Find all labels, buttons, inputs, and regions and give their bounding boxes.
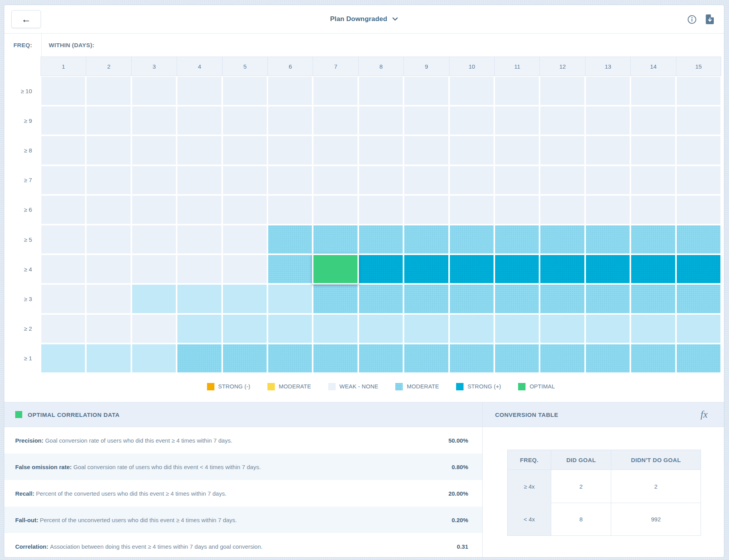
heatmap-cell[interactable]: [403, 225, 449, 254]
heatmap-cell[interactable]: [403, 76, 449, 106]
heatmap-cell[interactable]: [494, 165, 540, 195]
heatmap-cell[interactable]: [177, 254, 222, 284]
heatmap-cell[interactable]: [585, 106, 630, 135]
heatmap-cell[interactable]: [585, 165, 630, 195]
heatmap-cell[interactable]: [540, 284, 585, 314]
heatmap-cell[interactable]: [540, 195, 585, 225]
heatmap-cell[interactable]: [267, 254, 313, 284]
heatmap-cell[interactable]: [676, 76, 721, 106]
heatmap-cell[interactable]: [358, 76, 403, 106]
heatmap-cell[interactable]: [449, 165, 494, 195]
heatmap-cell[interactable]: [403, 254, 449, 284]
heatmap-cell[interactable]: [41, 225, 86, 254]
heatmap-cell[interactable]: [540, 314, 585, 344]
heatmap-cell[interactable]: [630, 76, 676, 106]
heatmap-cell[interactable]: [177, 165, 222, 195]
heatmap-cell[interactable]: [222, 135, 267, 165]
heatmap-cell[interactable]: [358, 344, 403, 373]
heatmap-cell[interactable]: [131, 76, 177, 106]
heatmap-cell[interactable]: [313, 76, 358, 106]
heatmap-cell[interactable]: [313, 344, 358, 373]
heatmap-cell[interactable]: [222, 284, 267, 314]
heatmap-cell[interactable]: [630, 106, 676, 135]
heatmap-cell[interactable]: [222, 344, 267, 373]
heatmap-cell[interactable]: [676, 165, 721, 195]
heatmap-cell[interactable]: [676, 195, 721, 225]
heatmap-cell[interactable]: [313, 225, 358, 254]
heatmap-cell[interactable]: [41, 284, 86, 314]
heatmap-cell[interactable]: [177, 225, 222, 254]
heatmap-cell[interactable]: [222, 76, 267, 106]
heatmap-cell[interactable]: [177, 195, 222, 225]
heatmap-cell[interactable]: [630, 314, 676, 344]
heatmap-cell[interactable]: [41, 344, 86, 373]
heatmap-cell[interactable]: [358, 254, 403, 284]
heatmap-cell[interactable]: [358, 135, 403, 165]
heatmap-cell[interactable]: [494, 135, 540, 165]
heatmap-cell[interactable]: [267, 195, 313, 225]
heatmap-cell[interactable]: [403, 344, 449, 373]
heatmap-cell[interactable]: [540, 165, 585, 195]
heatmap-cell[interactable]: [585, 225, 630, 254]
heatmap-cell[interactable]: [222, 195, 267, 225]
heatmap-cell[interactable]: [676, 284, 721, 314]
heatmap-cell[interactable]: [358, 165, 403, 195]
heatmap-cell[interactable]: [131, 106, 177, 135]
heatmap-cell[interactable]: [540, 254, 585, 284]
export-button[interactable]: [706, 5, 714, 34]
heatmap-cell[interactable]: [630, 195, 676, 225]
heatmap-cell[interactable]: [494, 76, 540, 106]
heatmap-cell[interactable]: [313, 314, 358, 344]
heatmap-cell[interactable]: [267, 106, 313, 135]
heatmap-cell[interactable]: [449, 135, 494, 165]
heatmap-cell[interactable]: [131, 195, 177, 225]
heatmap-cell[interactable]: [449, 344, 494, 373]
fx-formula-icon[interactable]: fx: [701, 402, 708, 427]
heatmap-cell[interactable]: [585, 284, 630, 314]
heatmap-cell[interactable]: [494, 225, 540, 254]
heatmap-cell-selected-optimal[interactable]: [312, 254, 358, 284]
back-button[interactable]: ←: [11, 10, 41, 28]
heatmap-cell[interactable]: [267, 225, 313, 254]
heatmap-cell[interactable]: [86, 344, 131, 373]
heatmap-cell[interactable]: [494, 314, 540, 344]
heatmap-cell[interactable]: [41, 135, 86, 165]
heatmap-cell[interactable]: [630, 165, 676, 195]
heatmap-cell[interactable]: [86, 165, 131, 195]
event-selector-dropdown[interactable]: Plan Downgraded: [4, 5, 724, 33]
heatmap-cell[interactable]: [449, 195, 494, 225]
heatmap-cell[interactable]: [313, 165, 358, 195]
heatmap-cell[interactable]: [494, 284, 540, 314]
heatmap-cell[interactable]: [131, 165, 177, 195]
heatmap-cell[interactable]: [358, 314, 403, 344]
heatmap-cell[interactable]: [676, 314, 721, 344]
heatmap-cell[interactable]: [630, 284, 676, 314]
heatmap-cell[interactable]: [585, 254, 630, 284]
heatmap-cell[interactable]: [676, 225, 721, 254]
heatmap-cell[interactable]: [494, 195, 540, 225]
heatmap-cell[interactable]: [540, 106, 585, 135]
heatmap-cell[interactable]: [449, 225, 494, 254]
heatmap-cell[interactable]: [403, 195, 449, 225]
heatmap-cell[interactable]: [540, 76, 585, 106]
heatmap-cell[interactable]: [177, 106, 222, 135]
heatmap-cell[interactable]: [358, 284, 403, 314]
heatmap-cell[interactable]: [585, 135, 630, 165]
heatmap-cell[interactable]: [86, 314, 131, 344]
heatmap-cell[interactable]: [41, 314, 86, 344]
heatmap-cell[interactable]: [131, 314, 177, 344]
heatmap-cell[interactable]: [449, 284, 494, 314]
heatmap-cell[interactable]: [494, 254, 540, 284]
heatmap-cell[interactable]: [494, 106, 540, 135]
heatmap-cell[interactable]: [630, 344, 676, 373]
heatmap-cell[interactable]: [41, 106, 86, 135]
heatmap-cell[interactable]: [41, 76, 86, 106]
heatmap-cell[interactable]: [449, 106, 494, 135]
heatmap-cell[interactable]: [86, 135, 131, 165]
heatmap-cell[interactable]: [177, 135, 222, 165]
heatmap-cell[interactable]: [313, 195, 358, 225]
heatmap-cell[interactable]: [86, 195, 131, 225]
heatmap-cell[interactable]: [540, 135, 585, 165]
heatmap-cell[interactable]: [86, 76, 131, 106]
heatmap-cell[interactable]: [540, 344, 585, 373]
